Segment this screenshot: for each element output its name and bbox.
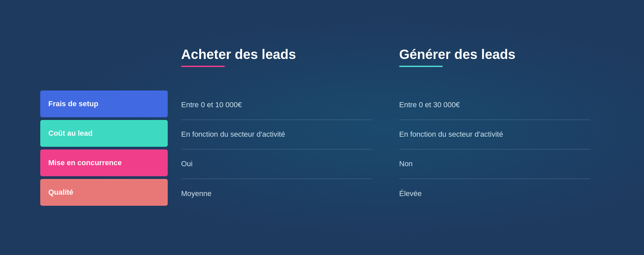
label-frais-setup: Frais de setup	[40, 90, 168, 117]
col2-row2: En fonction du secteur d'activité	[399, 120, 590, 149]
header-col2: Générer des leads	[386, 47, 604, 80]
col2-row4: Élevée	[399, 179, 590, 208]
label-qualite: Qualité	[40, 179, 168, 206]
label-mise-concurrence: Mise en concurrence	[40, 149, 168, 176]
col2-row1: Entre 0 et 30 000€	[399, 90, 590, 120]
col2-underline	[399, 66, 443, 67]
col1-row4: Moyenne	[181, 179, 372, 208]
col2-row3: Non	[399, 149, 590, 179]
page-container: Acheter des leads Générer des leads Frai…	[0, 0, 644, 255]
data-col2: Entre 0 et 30 000€ En fonction du secteu…	[386, 80, 604, 208]
labels-column: Frais de setup Coût au lead Mise en conc…	[40, 80, 168, 208]
col1-underline	[181, 66, 225, 67]
header-col1: Acheter des leads	[168, 47, 386, 80]
col2-title: Générer des leads	[399, 47, 590, 62]
col1-title: Acheter des leads	[181, 47, 372, 62]
header-empty	[40, 47, 168, 80]
data-col1: Entre 0 et 10 000€ En fonction du secteu…	[168, 80, 386, 208]
col1-row1: Entre 0 et 10 000€	[181, 90, 372, 120]
label-cout-lead: Coût au lead	[40, 120, 168, 147]
comparison-table: Acheter des leads Générer des leads Frai…	[40, 47, 604, 208]
col1-row3: Oui	[181, 149, 372, 179]
col1-row2: En fonction du secteur d'activité	[181, 120, 372, 149]
